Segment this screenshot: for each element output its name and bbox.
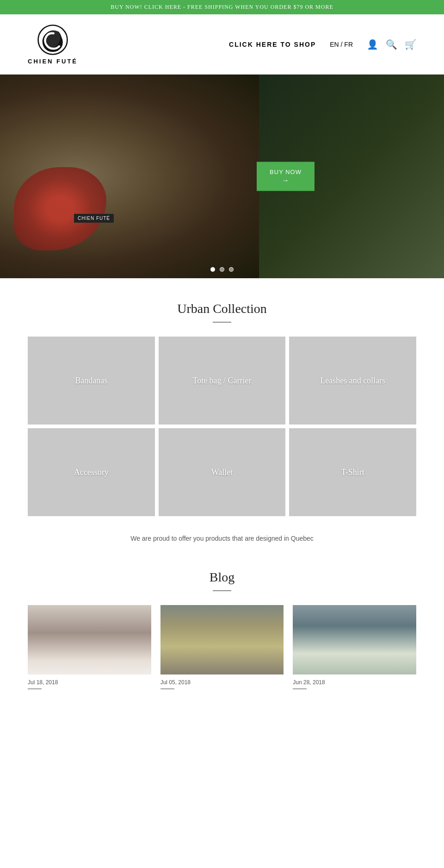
main-nav: CLICK HERE TO SHOP EN / FR 👤 🔍 🛒 xyxy=(229,39,416,50)
cart-icon[interactable]: 🛒 xyxy=(405,39,416,50)
product-card-tote-bag[interactable]: Tote bag / Carrier xyxy=(159,337,286,425)
slider-dot-3[interactable] xyxy=(229,267,234,272)
product-label-wallet: Wallet xyxy=(207,463,238,482)
urban-collection-header: Urban Collection xyxy=(0,278,444,337)
blog-date-1: Jul 18, 2018 xyxy=(28,679,151,686)
product-card-leashes[interactable]: Leashes and collars xyxy=(289,337,416,425)
product-label-accessory: Accessory xyxy=(69,463,113,482)
top-banner[interactable]: BUY NOW! CLICK HERE - FREE SHIPPING WHEN… xyxy=(0,0,444,14)
blog-card-3[interactable]: Jun 28, 2018 xyxy=(293,605,416,689)
blog-card-1[interactable]: Jul 18, 2018 xyxy=(28,605,151,689)
hero-slider: CHIEN FUTÉ BUY NOW → xyxy=(0,75,444,278)
slider-dot-2[interactable] xyxy=(220,267,224,272)
blog-date-3: Jun 28, 2018 xyxy=(293,679,416,686)
buy-now-arrow: → xyxy=(282,176,290,185)
product-label-tote-bag: Tote bag / Carrier xyxy=(188,371,256,390)
user-icon[interactable]: 👤 xyxy=(367,39,378,50)
chien-fute-label: CHIEN FUTÉ xyxy=(74,214,114,223)
blog-card-2[interactable]: Jul 05, 2018 xyxy=(160,605,284,689)
search-icon[interactable]: 🔍 xyxy=(386,39,397,50)
blog-image-3 xyxy=(293,605,416,674)
dog-bandana xyxy=(14,167,106,250)
logo-area[interactable]: CHIEN FUTÉ xyxy=(28,24,78,65)
header: CHIEN FUTÉ CLICK HERE TO SHOP EN / FR 👤 … xyxy=(0,14,444,75)
product-card-accessory[interactable]: Accessory xyxy=(28,428,155,516)
dog-silhouette xyxy=(0,75,259,278)
product-card-wallet[interactable]: Wallet xyxy=(159,428,286,516)
blog-image-2 xyxy=(160,605,284,674)
pride-text: We are proud to offer you products that … xyxy=(0,521,444,556)
blog-date-divider-3 xyxy=(293,688,307,689)
logo-text: CHIEN FUTÉ xyxy=(28,58,78,65)
urban-collection-title: Urban Collection xyxy=(0,301,444,316)
blog-section: Blog Jul 18, 2018 Jul 05, 2018 Jun 28, 2… xyxy=(0,556,444,708)
product-card-tshirt[interactable]: T-Shirt xyxy=(289,428,416,516)
shop-link[interactable]: CLICK HERE TO SHOP xyxy=(229,41,316,48)
product-label-leashes: Leashes and collars xyxy=(315,371,390,390)
banner-text: BUY NOW! CLICK HERE - FREE SHIPPING WHEN… xyxy=(111,4,333,10)
product-grid: Bandanas Tote bag / Carrier Leashes and … xyxy=(0,337,444,516)
hero-background: CHIEN FUTÉ xyxy=(0,75,444,278)
product-card-bandanas[interactable]: Bandanas xyxy=(28,337,155,425)
blog-date-divider-1 xyxy=(28,688,42,689)
blog-title-area: Blog xyxy=(28,570,416,591)
urban-collection-divider xyxy=(213,322,231,323)
blog-title: Blog xyxy=(28,570,416,585)
blog-grid: Jul 18, 2018 Jul 05, 2018 Jun 28, 2018 xyxy=(28,605,416,689)
lang-switcher[interactable]: EN / FR xyxy=(330,41,353,48)
header-icons: 👤 🔍 🛒 xyxy=(367,39,416,50)
buy-now-button[interactable]: BUY NOW → xyxy=(257,162,314,191)
blog-date-divider-2 xyxy=(160,688,174,689)
product-label-bandanas: Bandanas xyxy=(70,371,112,390)
buy-now-label: BUY NOW xyxy=(270,169,302,175)
blog-image-1 xyxy=(28,605,151,674)
slider-dots xyxy=(210,267,234,272)
blog-divider xyxy=(213,590,231,591)
product-label-tshirt: T-Shirt xyxy=(336,463,369,482)
logo-icon xyxy=(37,24,69,56)
slider-dot-1[interactable] xyxy=(210,267,215,272)
blog-date-2: Jul 05, 2018 xyxy=(160,679,284,686)
